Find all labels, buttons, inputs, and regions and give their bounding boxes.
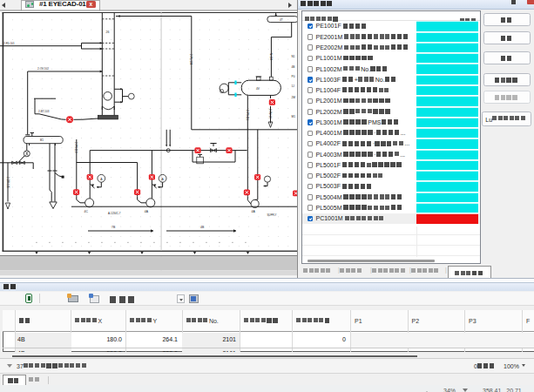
svg-text:2-RV-10: 2-RV-10 xyxy=(268,109,272,118)
svg-text:A-1234C-7: A-1234C-7 xyxy=(108,212,121,215)
svg-text:2-BT-103: 2-BT-103 xyxy=(38,110,50,113)
svg-text:4A: 4A xyxy=(252,210,256,213)
svg-text:2-PS-110: 2-PS-110 xyxy=(74,142,78,153)
svg-text:26: 26 xyxy=(106,30,110,34)
svg-text:SUPPLY: SUPPLY xyxy=(267,213,277,217)
svg-text:7B: 7B xyxy=(112,226,116,229)
svg-text:N-104: N-104 xyxy=(269,53,273,61)
svg-text:2-PL-104: 2-PL-104 xyxy=(189,54,193,65)
svg-text:4B: 4B xyxy=(292,65,295,69)
svg-text:4A: 4A xyxy=(145,210,149,213)
svg-text:P0: P0 xyxy=(292,75,295,78)
svg-text:4C: 4C xyxy=(84,210,89,213)
svg-text:2-PS-111: 2-PS-111 xyxy=(246,110,249,121)
svg-text:B1: B1 xyxy=(40,139,44,142)
svg-text:N1: N1 xyxy=(292,55,295,58)
svg-text:M1: M1 xyxy=(292,115,296,118)
svg-text:2-FD-101: 2-FD-101 xyxy=(3,42,15,45)
svg-text:2-OV-102: 2-OV-102 xyxy=(37,67,49,71)
svg-text:4T: 4T xyxy=(280,18,283,22)
svg-text:2M: 2M xyxy=(292,96,296,99)
svg-text:4B: 4B xyxy=(200,226,205,229)
svg-text:2-DR-105: 2-DR-105 xyxy=(6,177,10,188)
svg-text:1J: 1J xyxy=(292,84,295,88)
